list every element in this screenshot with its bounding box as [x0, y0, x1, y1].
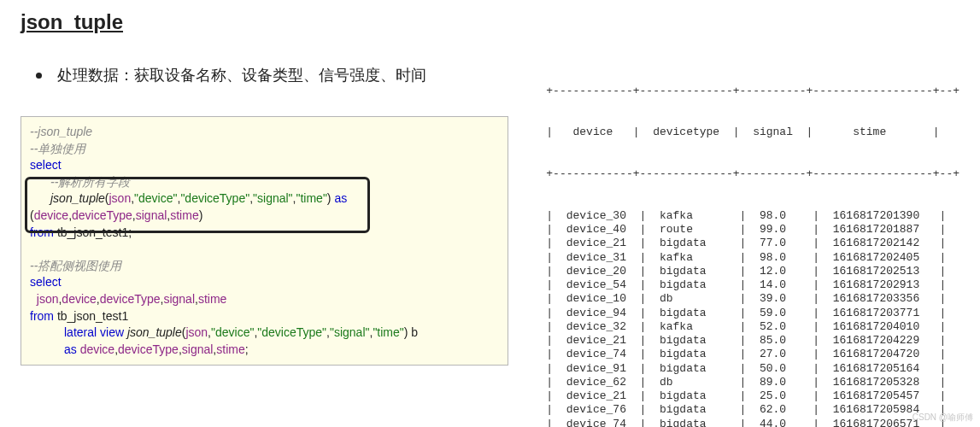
code-block: --json_tuple --单独使用 select --解析所有字段 json… [21, 116, 508, 366]
watermark: CSDN @喻师傅 [913, 412, 973, 424]
code-lateral: lateral view json_tuple(json,"device","d… [30, 325, 499, 342]
arg: "deviceType" [180, 191, 249, 205]
description-text: 处理数据：获取设备名称、设备类型、信号强度、时间 [57, 65, 426, 85]
arg: "device" [134, 191, 177, 205]
code-comment: --json_tuple [30, 124, 499, 141]
table-row: | device_54 | bigdata | 14.0 | 161681720… [546, 278, 959, 292]
table-row: | device_94 | bigdata | 59.0 | 161681720… [546, 307, 959, 320]
table-row: | device_21 | bigdata | 85.0 | 161681720… [546, 334, 959, 348]
code-comment: --单独使用 [30, 141, 499, 158]
table-row: | device_30 | kafka | 98.0 | 16168172013… [546, 209, 959, 223]
table-row: | device_21 | bigdata | 25.0 | 161681720… [546, 389, 959, 403]
func-name: json_tuple [50, 191, 105, 205]
code-keyword: select [30, 157, 499, 174]
bullet-icon [36, 73, 42, 79]
code-from: from tb_json_test1 [30, 308, 499, 325]
code-from: from tb_json_test1; [30, 225, 499, 242]
table-row: | device_91 | bigdata | 50.0 | 161681720… [546, 362, 959, 376]
table-row: | device_20 | bigdata | 12.0 | 161681720… [546, 265, 959, 278]
table-row: | device_10 | db | 39.0 | 1616817203356 … [546, 292, 959, 306]
table-row: | device_40 | route | 99.0 | 16168172018… [546, 223, 959, 237]
arg: "signal" [253, 191, 293, 205]
code-comment: --搭配侧视图使用 [30, 258, 499, 275]
table-row: | device_21 | bigdata | 77.0 | 161681720… [546, 237, 959, 250]
code-alias: (device,deviceType,signal,stime) [30, 208, 499, 225]
code-keyword: select [30, 274, 499, 291]
code-as: as device,deviceType,signal,stime; [30, 342, 499, 359]
table-sep: +------------+--------------+----------+… [546, 85, 959, 98]
content-row: --json_tuple --单独使用 select --解析所有字段 json… [21, 116, 959, 427]
code-call: json_tuple(json,"device","deviceType","s… [30, 190, 499, 208]
result-table: +------------+--------------+----------+… [546, 56, 959, 427]
kw-as: as [332, 191, 348, 205]
table-row: | device_74 | bigdata | 44.0 | 161681720… [546, 418, 959, 428]
table-header: | device | devicetype | signal | stime | [546, 126, 959, 139]
table-row: | device_32 | kafka | 52.0 | 16168172040… [546, 320, 959, 334]
code-comment: --解析所有字段 [30, 174, 499, 191]
arg: "time" [296, 191, 326, 205]
table-row: | device_76 | bigdata | 62.0 | 161681720… [546, 403, 959, 417]
table-row: | device_31 | kafka | 98.0 | 16168172024… [546, 251, 959, 265]
code-blank [30, 241, 499, 258]
arg: json [109, 191, 132, 205]
table-row: | device_62 | db | 89.0 | 1616817205328 … [546, 376, 959, 389]
code-select-cols: json,device,deviceType,signal,stime [30, 291, 499, 308]
table-body: | device_30 | kafka | 98.0 | 16168172013… [546, 209, 959, 427]
table-row: | device_74 | bigdata | 27.0 | 161681720… [546, 348, 959, 361]
table-sep: +------------+--------------+----------+… [546, 167, 959, 181]
page-title: json_tuple [21, 10, 959, 34]
